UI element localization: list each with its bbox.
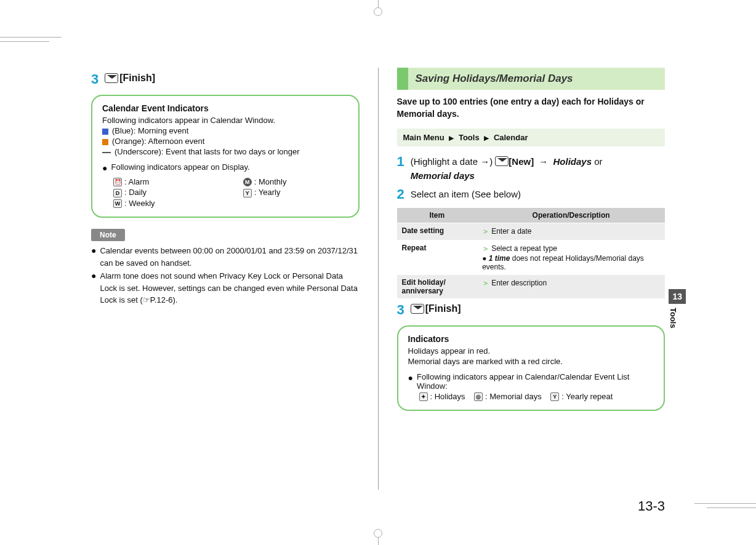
step-number: 1 <box>397 155 404 169</box>
section-stripe <box>397 68 408 90</box>
display-intro: Following indicators appear on Display. <box>111 162 249 175</box>
chapter-label: Tools <box>669 308 678 328</box>
note-list: ●Calendar events between 00:00 on 2000/0… <box>91 245 360 306</box>
indicator-label: (Orange): Afternoon event <box>112 137 204 146</box>
indicator-label: : Weekly <box>124 199 155 208</box>
indicators-title: Calendar Event Indicators <box>102 103 348 113</box>
step-3-right: 3 [Finish] <box>397 303 666 317</box>
step-number: 3 <box>91 73 99 86</box>
item-cell: Date setting <box>397 223 478 240</box>
step-text: (Highlight a date →) <box>411 156 493 167</box>
yearly-icon: Y <box>243 189 252 197</box>
holidays-icon: ✦ <box>419 392 428 401</box>
memorial-icon: ◎ <box>474 392 483 401</box>
op-cell: ＞Enter description <box>477 274 665 298</box>
indicators-subtitle: Following indicators appear in Calendar … <box>102 116 348 125</box>
memorial-option: Memorial days <box>411 170 475 181</box>
monthly-icon: M <box>243 178 252 186</box>
item-cell: Edit holiday/ anniversary <box>397 274 478 298</box>
indicator-intro: Following indicators appear in Calendar/… <box>417 372 654 391</box>
left-column: 3 [Finish] Calendar Event Indicators Fol… <box>91 68 360 490</box>
alarm-icon: ⏰ <box>113 178 122 186</box>
indicator-label: (Blue): Morning event <box>112 126 188 135</box>
table-row: Date setting ＞Enter a date <box>397 223 666 240</box>
op-cell: ＞Enter a date <box>477 223 665 240</box>
step-2: 2 Select an item (See below) <box>397 188 666 202</box>
menu-main: Main Menu <box>403 133 444 142</box>
indicator-label: : Yearly <box>254 188 281 197</box>
indicator-blue: (Blue): Morning event <box>102 126 348 135</box>
step-1: 1 (Highlight a date →) [New] → Holidays … <box>397 155 666 183</box>
indicator-label: : Daily <box>124 188 147 197</box>
step-content: Select an item (See below) <box>411 188 521 202</box>
chevron-right-icon: ▶ <box>484 134 489 141</box>
indicator-underscore: (Underscore): Event that lasts for two d… <box>102 147 348 156</box>
right-column: Saving Holidays/Memorial Days Save up to… <box>397 68 666 490</box>
mail-icon <box>495 156 509 166</box>
op-text: Enter description <box>491 279 547 287</box>
menu-calendar: Calendar <box>494 133 528 142</box>
daily-icon: D <box>113 189 122 197</box>
section-title: Saving Holidays/Memorial Days <box>408 68 666 90</box>
menu-path: Main Menu ▶ Tools ▶ Calendar <box>397 129 666 146</box>
side-tab: 13 Tools <box>669 289 686 328</box>
indicator-label: : Memorial days <box>485 392 542 401</box>
indicator-label: : Monthly <box>254 177 287 186</box>
mail-icon <box>411 304 424 314</box>
step-content: [Finish] <box>411 303 461 314</box>
note-text: Calendar events between 00:00 on 2000/01… <box>100 245 359 269</box>
indicators-box: Indicators Holidays appear in red. Memor… <box>397 325 666 412</box>
th-item: Item <box>397 208 478 223</box>
step-number: 2 <box>397 188 404 201</box>
step-content: (Highlight a date →) [New] → Holidays or… <box>411 155 603 183</box>
menu-tools: Tools <box>459 133 480 142</box>
calendar-event-indicators-box: Calendar Event Indicators Following indi… <box>91 95 360 218</box>
section-header: Saving Holidays/Memorial Days <box>397 68 666 90</box>
new-label: [New] <box>509 156 534 167</box>
page-number: 13-3 <box>638 498 665 514</box>
arrow-right-icon: → <box>539 156 548 167</box>
indicator-label: : Holidays <box>430 392 465 401</box>
note-label: Note <box>91 229 125 241</box>
step-text: or <box>592 156 603 167</box>
indicator-label: (Underscore): Event that lasts for two d… <box>115 147 300 156</box>
page-content: 3 [Finish] Calendar Event Indicators Fol… <box>91 68 665 490</box>
yearly-repeat-icon: Y <box>550 392 559 401</box>
indicators-title: Indicators <box>408 334 654 344</box>
op-text: Enter a date <box>491 227 531 236</box>
column-divider <box>378 68 379 490</box>
item-cell: Repeat <box>397 240 478 274</box>
th-operation: Operation/Description <box>477 208 665 223</box>
holidays-option: Holidays <box>553 156 592 167</box>
mail-icon <box>105 73 118 83</box>
step-3-left: 3 [Finish] <box>91 73 360 86</box>
section-intro: Save up to 100 entries (one entry a day)… <box>397 96 666 120</box>
chapter-number: 13 <box>669 289 686 304</box>
step-number: 3 <box>397 303 404 317</box>
blue-square-icon <box>102 129 108 135</box>
op-cell: ＞Select a repeat type ● 1 time does not … <box>477 240 665 274</box>
table-header-row: Item Operation/Description <box>397 208 666 223</box>
finish-label: [Finish] <box>425 303 461 314</box>
indicator-text: Memorial days are marked with a red circ… <box>408 357 654 366</box>
table-row: Repeat ＞Select a repeat type ● 1 time do… <box>397 240 666 274</box>
indicator-label: : Yearly repeat <box>561 392 613 401</box>
note-text: Alarm tone does not sound when Privacy K… <box>100 270 359 306</box>
table-row: Edit holiday/ anniversary ＞Enter descrip… <box>397 274 666 298</box>
finish-label: [Finish] <box>119 73 155 83</box>
chevron-right-icon: ▶ <box>449 134 454 141</box>
orange-square-icon <box>102 139 108 145</box>
display-indicators: ●Following indicators appear on Display.… <box>102 162 348 209</box>
indicator-text: Holidays appear in red. <box>408 346 654 356</box>
op-text: Select a repeat type <box>491 244 557 253</box>
operations-table: Item Operation/Description Date setting … <box>397 208 666 298</box>
op-bold: 1 time <box>489 254 510 263</box>
indicator-orange: (Orange): Afternoon event <box>102 137 348 146</box>
indicator-label: : Alarm <box>124 177 149 186</box>
step-content: [Finish] <box>105 73 155 84</box>
underscore-icon <box>102 152 111 153</box>
weekly-icon: W <box>113 199 122 208</box>
